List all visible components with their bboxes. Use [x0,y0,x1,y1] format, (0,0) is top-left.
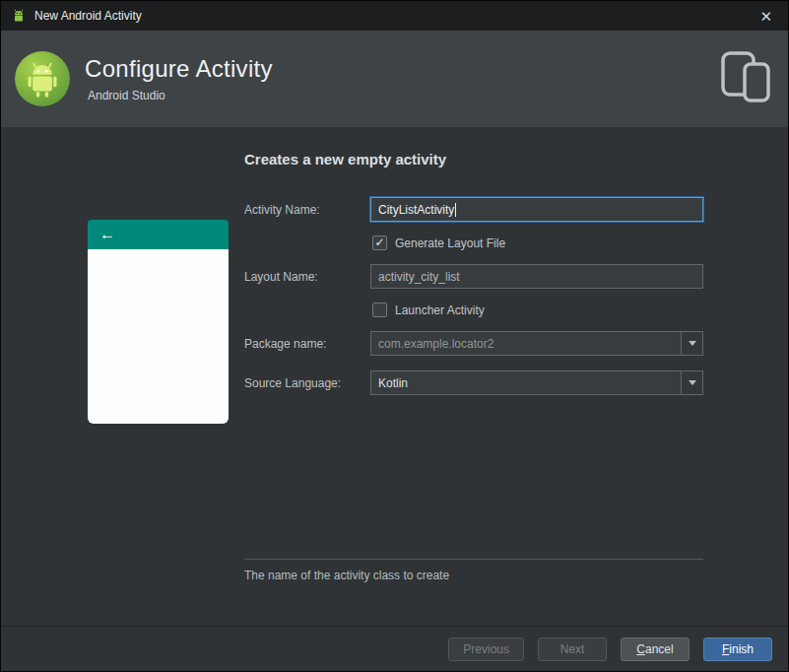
chevron-down-icon[interactable] [681,371,702,394]
source-language-label: Source Language: [244,375,341,391]
activity-preview: ← [88,220,229,424]
activity-name-label: Activity Name: [244,202,320,218]
device-preview-icon [719,50,772,107]
generate-layout-label: Generate Layout File [395,236,505,250]
layout-name-input[interactable]: activity_city_list [370,264,703,289]
activity-name-input[interactable]: CityListActivity [370,197,703,222]
package-name-label: Package name: [244,336,326,352]
launcher-activity-checkbox[interactable] [372,302,387,317]
finish-button[interactable]: Finish [703,638,772,661]
header-text: Configure Activity Android Studio [85,55,273,102]
android-studio-logo-icon [14,50,71,107]
title-bar: New Android Activity ✕ [1,1,788,31]
divider [244,559,703,560]
close-icon[interactable]: ✕ [754,7,778,26]
package-name-combobox[interactable]: com.example.locator2 [370,331,703,356]
new-android-activity-dialog: New Android Activity ✕ [0,0,789,672]
footer-button-bar: Previous Next Cancel Finish [1,626,788,671]
wizard-title: Configure Activity [85,55,273,83]
generate-layout-checkbox[interactable]: ✓ [372,235,387,250]
dialog-heading: Creates a new empty activity [244,151,446,168]
preview-appbar: ← [88,220,229,249]
next-button[interactable]: Next [538,638,607,661]
wizard-subtitle: Android Studio [88,89,273,102]
field-help-text: The name of the activity class to create [244,569,449,582]
android-icon [11,8,27,24]
generate-layout-row: ✓ Generate Layout File [372,235,505,250]
wizard-header: Configure Activity Android Studio [1,31,788,127]
text-caret [455,203,456,217]
window-title: New Android Activity [34,9,142,23]
layout-name-label: Layout Name: [244,269,318,285]
chevron-down-icon[interactable] [681,332,702,355]
preview-body [88,249,229,424]
back-arrow-icon: ← [99,227,115,242]
previous-button[interactable]: Previous [448,638,524,661]
launcher-activity-row: Launcher Activity [372,302,485,317]
cancel-button[interactable]: Cancel [621,638,690,661]
source-language-dropdown[interactable]: Kotlin [370,370,703,395]
check-icon: ✓ [374,236,384,248]
launcher-activity-label: Launcher Activity [395,303,485,317]
